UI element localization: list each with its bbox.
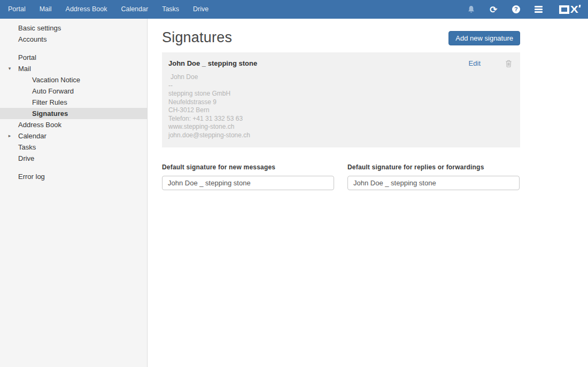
sidebar-item-filter-rules[interactable]: Filter Rules: [0, 97, 147, 108]
signature-line: Telefon: +41 31 332 53 63: [168, 115, 514, 123]
topbar-item-mail[interactable]: Mail: [33, 0, 59, 19]
refresh-icon[interactable]: ⟳: [489, 5, 498, 14]
ox-logo-prime: [579, 5, 581, 7]
topbar-item-tasks[interactable]: Tasks: [155, 0, 186, 19]
sidebar-item-error-log[interactable]: Error log: [0, 171, 147, 182]
sidebar-item-drive[interactable]: Drive: [0, 153, 147, 164]
default-replies-label: Default signature for replies or forward…: [347, 163, 520, 171]
sidebar-item-tasks[interactable]: Tasks: [0, 142, 147, 153]
settings-pane: Signatures Add new signature John Doe _ …: [148, 19, 588, 367]
topbar-item-address-book[interactable]: Address Book: [59, 0, 114, 19]
signature-line: john.doe@stepping-stone.ch: [168, 131, 514, 140]
default-new-messages-field: Default signature for new messages John …: [162, 163, 334, 190]
topbar-app-menu: Portal Mail Address Book Calendar Tasks …: [1, 0, 215, 19]
sidebar-item-signatures[interactable]: Signatures: [0, 108, 147, 119]
help-icon[interactable]: ?: [511, 5, 521, 14]
caret-down-icon[interactable]: ▾: [6, 63, 13, 74]
app-window: Portal Mail Address Book Calendar Tasks …: [0, 0, 588, 367]
topbar: Portal Mail Address Book Calendar Tasks …: [0, 0, 588, 19]
topbar-item-calendar[interactable]: Calendar: [114, 0, 155, 19]
caret-right-icon[interactable]: ▸: [6, 130, 13, 142]
topbar-actions: ⟳ ? X: [466, 4, 588, 15]
sidebar-item-vacation-notice[interactable]: Vacation Notice: [0, 74, 147, 85]
add-new-signature-button[interactable]: Add new signature: [448, 31, 520, 45]
sidebar-item-label: Mail: [18, 65, 31, 73]
signature-line: --: [168, 82, 514, 90]
topbar-item-portal[interactable]: Portal: [1, 0, 33, 19]
sidebar-item-basic-settings[interactable]: Basic settings: [0, 22, 147, 34]
page-title: Signatures: [162, 29, 232, 45]
sidebar-item-calendar[interactable]: ▸Calendar: [0, 130, 147, 142]
sidebar-item-portal[interactable]: Portal: [0, 52, 147, 63]
delete-signature-button[interactable]: [506, 60, 512, 67]
sidebar-item-address-book[interactable]: Address Book: [0, 119, 147, 130]
signature-preview: John Doe -- stepping stone GmbH Neufelds…: [168, 73, 514, 139]
edit-signature-link[interactable]: Edit: [469, 59, 481, 67]
sidebar-item-accounts[interactable]: Accounts: [0, 34, 147, 45]
topbar-item-drive[interactable]: Drive: [186, 0, 215, 19]
signature-line: stepping stone GmbH: [168, 90, 514, 98]
trash-icon: [506, 60, 512, 67]
notifications-icon[interactable]: [466, 5, 476, 14]
signature-line: www.stepping-stone.ch: [168, 123, 514, 131]
signature-name: John Doe _ stepping stone: [168, 59, 469, 67]
menu-icon[interactable]: [533, 5, 543, 14]
default-new-messages-label: Default signature for new messages: [162, 163, 334, 171]
ox-logo-x: X: [570, 4, 578, 15]
signature-line: Neufeldstrasse 9: [168, 98, 514, 107]
default-replies-select[interactable]: John Doe _ stepping stone: [347, 176, 520, 190]
default-new-messages-select[interactable]: John Doe _ stepping stone: [162, 176, 334, 190]
sidebar-item-auto-forward[interactable]: Auto Forward: [0, 85, 147, 97]
sidebar-item-label: Calendar: [18, 132, 47, 140]
ox-logo: X: [559, 4, 581, 15]
default-replies-field: Default signature for replies or forward…: [347, 163, 520, 190]
ox-logo-o: [559, 5, 569, 14]
signature-card: John Doe _ stepping stone Edit: [162, 52, 520, 147]
settings-sidebar: Basic settings Accounts Portal ▾Mail Vac…: [0, 19, 148, 367]
signature-line: John Doe: [168, 73, 514, 82]
signature-line: CH-3012 Bern: [168, 106, 514, 115]
sidebar-item-mail[interactable]: ▾Mail: [0, 63, 147, 74]
